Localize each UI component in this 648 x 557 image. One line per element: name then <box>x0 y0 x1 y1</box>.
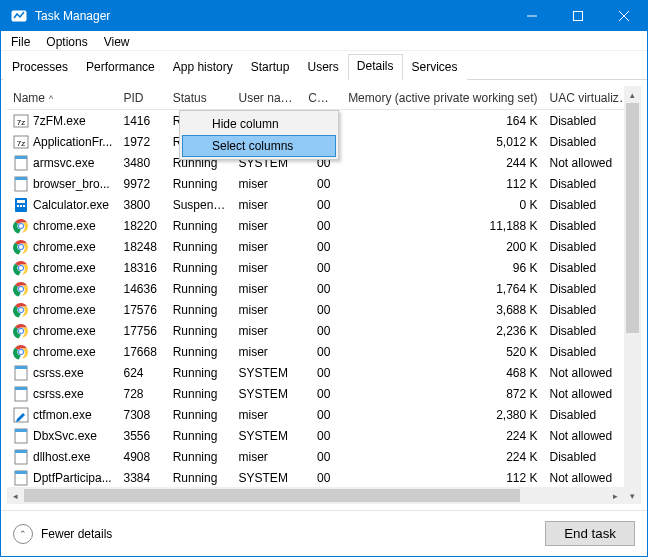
cell-status: Running <box>167 238 233 256</box>
fewer-details-button[interactable]: ⌃ Fewer details <box>13 524 112 544</box>
cell-pid: 3384 <box>117 469 166 487</box>
cell-pid: 17576 <box>117 301 166 319</box>
chevron-up-icon: ⌃ <box>13 524 33 544</box>
scroll-right-icon[interactable]: ▸ <box>607 487 624 504</box>
cell-status: Running <box>167 406 233 424</box>
tab-processes[interactable]: Processes <box>3 55 77 80</box>
svg-rect-10 <box>15 156 27 159</box>
cell-memory: 11,188 K <box>336 217 543 235</box>
menu-view[interactable]: View <box>96 33 138 51</box>
menu-options[interactable]: Options <box>38 33 95 51</box>
table-row[interactable]: chrome.exe18220Runningmiser0011,188 KDis… <box>7 215 641 236</box>
process-icon <box>13 407 29 423</box>
titlebar[interactable]: Task Manager <box>1 1 647 31</box>
svg-text:7z: 7z <box>17 118 25 127</box>
table-row[interactable]: csrss.exe728RunningSYSTEM00872 KNot allo… <box>7 383 641 404</box>
table-row[interactable]: chrome.exe18248Runningmiser00200 KDisabl… <box>7 236 641 257</box>
svg-rect-42 <box>15 387 27 390</box>
cell-user: miser <box>233 238 303 256</box>
tab-app-history[interactable]: App history <box>164 55 242 80</box>
cell-user: miser <box>233 343 303 361</box>
tab-details[interactable]: Details <box>348 54 403 80</box>
tabstrip: Processes Performance App history Startu… <box>1 51 647 80</box>
task-manager-window: Task Manager File Options View Processes… <box>0 0 648 557</box>
table-row[interactable]: chrome.exe17756Runningmiser002,236 KDisa… <box>7 320 641 341</box>
tab-services[interactable]: Services <box>403 55 467 80</box>
table-row[interactable]: browser_bro...9972Runningmiser00112 KDis… <box>7 173 641 194</box>
process-name: Calculator.exe <box>33 198 109 212</box>
cell-status: Running <box>167 448 233 466</box>
col-cpu[interactable]: CPU <box>302 89 336 107</box>
process-icon <box>13 302 29 318</box>
process-name: ctfmon.exe <box>33 408 92 422</box>
table-row[interactable]: csrss.exe624RunningSYSTEM00468 KNot allo… <box>7 362 641 383</box>
process-name: DbxSvc.exe <box>33 429 97 443</box>
col-memory[interactable]: Memory (active private working set) <box>336 89 543 107</box>
tab-startup[interactable]: Startup <box>242 55 299 80</box>
table-row[interactable]: DptfParticipa...3384RunningSYSTEM00112 K… <box>7 467 641 486</box>
process-name: csrss.exe <box>33 387 84 401</box>
scroll-left-icon[interactable]: ◂ <box>7 487 24 504</box>
process-name: chrome.exe <box>33 345 96 359</box>
cell-cpu: 00 <box>302 217 336 235</box>
cell-cpu: 00 <box>302 406 336 424</box>
table-row[interactable]: Calculator.exe3800Suspendedmiser000 KDis… <box>7 194 641 215</box>
cell-user: SYSTEM <box>233 469 303 487</box>
cell-status: Running <box>167 217 233 235</box>
minimize-button[interactable] <box>509 1 555 31</box>
maximize-button[interactable] <box>555 1 601 31</box>
ctx-select-columns[interactable]: Select columns <box>182 135 336 157</box>
col-pid[interactable]: PID <box>117 89 166 107</box>
table-row[interactable]: DbxSvc.exe3556RunningSYSTEM00224 KNot al… <box>7 425 641 446</box>
cell-status: Running <box>167 301 233 319</box>
scroll-up-icon[interactable]: ▴ <box>624 86 641 103</box>
process-name: browser_bro... <box>33 177 110 191</box>
cell-cpu: 00 <box>302 364 336 382</box>
app-icon <box>11 8 27 24</box>
cell-memory: 200 K <box>336 238 543 256</box>
cell-user: SYSTEM <box>233 385 303 403</box>
cell-pid: 14636 <box>117 280 166 298</box>
table-row[interactable]: chrome.exe17576Runningmiser003,688 KDisa… <box>7 299 641 320</box>
cell-cpu: 00 <box>302 469 336 487</box>
cell-status: Running <box>167 322 233 340</box>
table-row[interactable]: dllhost.exe4908Runningmiser00224 KDisabl… <box>7 446 641 467</box>
cell-cpu: 00 <box>302 427 336 445</box>
process-icon <box>13 260 29 276</box>
col-user[interactable]: User name <box>233 89 303 107</box>
cell-memory: 224 K <box>336 448 543 466</box>
horizontal-scrollbar[interactable]: ◂ ▸ <box>7 487 624 504</box>
process-name: DptfParticipa... <box>33 471 112 485</box>
tab-users[interactable]: Users <box>298 55 347 80</box>
process-icon: 7z <box>13 134 29 150</box>
cell-cpu: 00 <box>302 280 336 298</box>
svg-rect-12 <box>15 177 27 180</box>
table-row[interactable]: chrome.exe17668Runningmiser00520 KDisabl… <box>7 341 641 362</box>
vertical-scrollbar[interactable]: ▴ ▾ <box>624 86 641 504</box>
tab-performance[interactable]: Performance <box>77 55 164 80</box>
process-icon <box>13 239 29 255</box>
cell-pid: 3556 <box>117 427 166 445</box>
v-scroll-thumb[interactable] <box>626 103 639 333</box>
menu-file[interactable]: File <box>3 33 38 51</box>
cell-status: Running <box>167 364 233 382</box>
cell-cpu: 00 <box>302 238 336 256</box>
process-grid: Name^ PID Status User name CPU Memory (a… <box>7 86 641 504</box>
ctx-hide-column[interactable]: Hide column <box>182 113 336 135</box>
cell-cpu: 00 <box>302 175 336 193</box>
table-row[interactable]: ctfmon.exe7308Runningmiser002,380 KDisab… <box>7 404 641 425</box>
svg-point-26 <box>19 266 23 270</box>
h-scroll-thumb[interactable] <box>24 489 520 502</box>
table-row[interactable]: chrome.exe14636Runningmiser001,764 KDisa… <box>7 278 641 299</box>
close-button[interactable] <box>601 1 647 31</box>
scroll-down-icon[interactable]: ▾ <box>624 487 641 504</box>
col-name[interactable]: Name^ <box>7 89 117 107</box>
column-context-menu: Hide column Select columns <box>179 110 339 160</box>
col-status[interactable]: Status <box>167 89 233 107</box>
cell-status: Running <box>167 259 233 277</box>
end-task-button[interactable]: End task <box>545 521 635 546</box>
svg-point-35 <box>19 329 23 333</box>
table-row[interactable]: chrome.exe18316Runningmiser0096 KDisable… <box>7 257 641 278</box>
cell-memory: 0 K <box>336 196 543 214</box>
process-name: chrome.exe <box>33 240 96 254</box>
